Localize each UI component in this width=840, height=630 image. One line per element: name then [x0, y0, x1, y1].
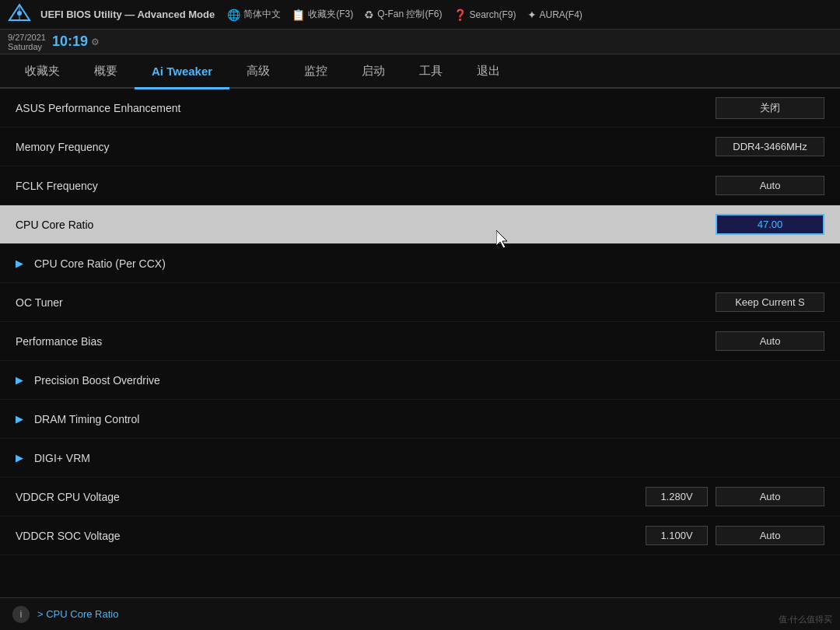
submenu-arrow-digi-vrm: ▶: [16, 452, 23, 464]
settings-list: ASUS Performance Enhancement 关闭 Memory F…: [0, 89, 840, 597]
tab-overview[interactable]: 概要: [77, 55, 135, 89]
search-btn[interactable]: ❓ Search(F9): [453, 9, 516, 21]
tab-exit[interactable]: 退出: [460, 55, 517, 89]
favorites-label: 收藏夹(F3): [308, 8, 353, 21]
setting-label-vddcr-cpu: VDDCR CPU Voltage: [16, 491, 641, 503]
bios-title: UEFI BIOS Utility — Advanced Mode: [40, 9, 215, 20]
search-icon: ❓: [453, 9, 467, 21]
nav-tabs: 收藏夹 概要 Ai Tweaker 高级 监控 启动 工具 退出: [0, 54, 840, 89]
setting-label-cpu-core-ratio: CPU Core Ratio: [16, 219, 708, 231]
setting-label-fclk: FCLK Frequency: [16, 180, 708, 192]
setting-label-cpu-per-ccx: CPU Core Ratio (Per CCX): [30, 257, 824, 270]
favorites-icon: 📋: [292, 9, 305, 21]
tab-boot[interactable]: 启动: [345, 55, 402, 89]
date-display: 9/27/2021 Saturday: [8, 33, 46, 51]
setting-value-mem-freq[interactable]: DDR4-3466MHz: [716, 137, 824, 156]
datetime-bar: 9/27/2021 Saturday 10:19 ⚙: [0, 30, 840, 54]
setting-label-perf-bias: Performance Bias: [16, 335, 708, 348]
status-bar: i > CPU Core Ratio: [0, 597, 840, 630]
setting-label-vddcr-soc: VDDCR SOC Voltage: [16, 530, 641, 542]
logo-area: UEFI BIOS Utility — Advanced Mode: [8, 3, 215, 26]
language-label: 简体中文: [243, 8, 281, 21]
aura-label: AURA(F4): [540, 9, 583, 20]
setting-value-vddcr-soc-secondary: 1.100V: [646, 526, 708, 545]
setting-value-fclk[interactable]: Auto: [716, 176, 824, 195]
setting-value-vddcr-soc[interactable]: Auto: [716, 526, 824, 545]
setting-label-oc-tuner: OC Tuner: [16, 296, 708, 309]
setting-value-vddcr-cpu[interactable]: Auto: [716, 487, 824, 506]
qfan-btn[interactable]: ♻ Q-Fan 控制(F6): [364, 8, 442, 21]
qfan-icon: ♻: [364, 9, 374, 21]
setting-row-mem-freq[interactable]: Memory Frequency DDR4-3466MHz: [0, 128, 840, 166]
setting-label-mem-freq: Memory Frequency: [16, 141, 708, 153]
setting-row-asus-perf[interactable]: ASUS Performance Enhancement 关闭: [0, 89, 840, 128]
time-settings-icon[interactable]: ⚙: [91, 37, 100, 47]
tab-favorites[interactable]: 收藏夹: [8, 55, 77, 89]
language-icon: 🌐: [227, 9, 240, 21]
setting-label-digi-vrm: DIGI+ VRM: [30, 452, 824, 464]
setting-label-dram-timing: DRAM Timing Control: [30, 413, 824, 425]
aura-btn[interactable]: ✦ AURA(F4): [527, 9, 583, 21]
submenu-arrow-dram-timing: ▶: [16, 413, 23, 425]
breadcrumb: > CPU Core Ratio: [37, 608, 118, 620]
setting-value-asus-perf[interactable]: 关闭: [716, 97, 824, 119]
setting-row-vddcr-cpu[interactable]: VDDCR CPU Voltage 1.280V Auto: [0, 478, 840, 516]
submenu-arrow-precision-boost: ▶: [16, 374, 23, 386]
setting-row-vddcr-soc[interactable]: VDDCR SOC Voltage 1.100V Auto: [0, 516, 840, 555]
tab-advanced[interactable]: 高级: [229, 55, 287, 89]
setting-value-oc-tuner[interactable]: Keep Current S: [716, 292, 824, 312]
asus-logo-icon: [8, 3, 31, 26]
setting-row-fclk[interactable]: FCLK Frequency Auto: [0, 166, 840, 205]
top-header: UEFI BIOS Utility — Advanced Mode 🌐 简体中文…: [0, 0, 840, 30]
top-toolbar: 🌐 简体中文 📋 收藏夹(F3) ♻ Q-Fan 控制(F6) ❓ Search…: [227, 8, 583, 21]
favorites-toolbar-btn[interactable]: 📋 收藏夹(F3): [292, 8, 353, 21]
setting-row-cpu-per-ccx[interactable]: ▶ CPU Core Ratio (Per CCX): [0, 244, 840, 283]
setting-value-cpu-core-ratio[interactable]: 47.00: [716, 214, 824, 235]
aura-icon: ✦: [527, 9, 537, 21]
time-display: 10:19: [52, 33, 88, 50]
setting-row-digi-vrm[interactable]: ▶ DIGI+ VRM: [0, 439, 840, 478]
qfan-label: Q-Fan 控制(F6): [377, 8, 442, 21]
setting-row-oc-tuner[interactable]: OC Tuner Keep Current S: [0, 283, 840, 322]
setting-value-vddcr-cpu-secondary: 1.280V: [646, 487, 708, 506]
setting-label-asus-perf: ASUS Performance Enhancement: [16, 102, 708, 114]
setting-row-cpu-core-ratio[interactable]: CPU Core Ratio 47.00: [0, 205, 840, 244]
setting-row-dram-timing[interactable]: ▶ DRAM Timing Control: [0, 400, 840, 439]
info-icon: i: [12, 606, 30, 623]
setting-label-precision-boost: Precision Boost Overdrive: [30, 374, 824, 387]
setting-row-precision-boost[interactable]: ▶ Precision Boost Overdrive: [0, 361, 840, 400]
setting-value-perf-bias[interactable]: Auto: [716, 331, 824, 351]
setting-row-perf-bias[interactable]: Performance Bias Auto: [0, 322, 840, 361]
tab-tools[interactable]: 工具: [402, 55, 460, 89]
tab-ai-tweaker[interactable]: Ai Tweaker: [135, 55, 229, 89]
language-selector[interactable]: 🌐 简体中文: [227, 8, 281, 21]
watermark: 值·什么值得买: [779, 614, 832, 625]
submenu-arrow-cpu-per-ccx: ▶: [16, 257, 23, 269]
main-content: ASUS Performance Enhancement 关闭 Memory F…: [0, 89, 840, 597]
tab-monitor[interactable]: 监控: [287, 55, 345, 89]
search-label: Search(F9): [470, 9, 516, 20]
